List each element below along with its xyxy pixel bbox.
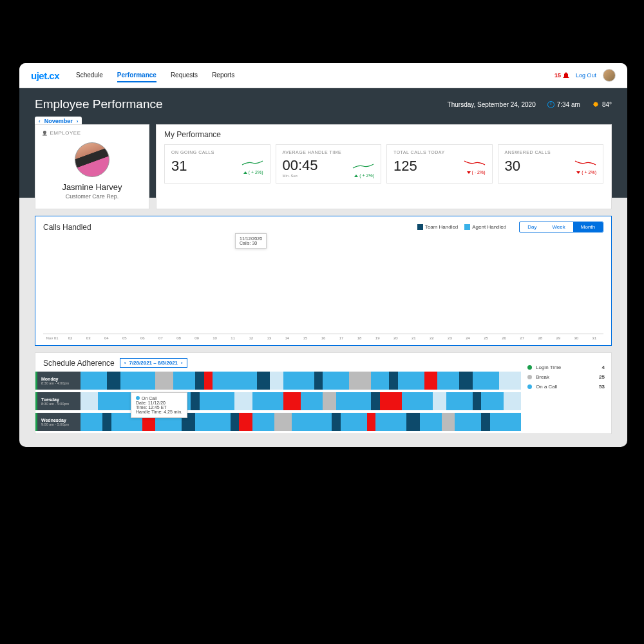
sun-icon <box>592 100 600 108</box>
x-tick: 03 <box>79 336 97 340</box>
adherence-segment[interactable] <box>120 372 156 390</box>
adherence-segment[interactable] <box>481 413 490 431</box>
adherence-segment[interactable] <box>314 372 323 390</box>
logout-link[interactable]: Log Out <box>576 72 596 79</box>
adherence-segment[interactable] <box>332 413 341 431</box>
legend-swatch-team <box>417 224 423 230</box>
adherence-segment[interactable] <box>336 392 372 410</box>
adherence-segment[interactable] <box>481 392 503 410</box>
adherence-segment[interactable] <box>389 372 398 390</box>
adherence-segment[interactable] <box>433 392 446 410</box>
adherence-segment[interactable] <box>195 372 204 390</box>
x-tick: 13 <box>260 336 278 340</box>
adherence-segment[interactable] <box>323 392 336 410</box>
adherence-day-label: Monday8:30 am - 4:00pm <box>35 372 80 390</box>
adherence-segment[interactable] <box>283 372 314 390</box>
adherence-segment[interactable] <box>341 413 367 431</box>
adherence-segment[interactable] <box>155 372 173 390</box>
tooltip-time: Time: 12:45 ET <box>136 405 182 410</box>
toggle-month[interactable]: Month <box>573 222 603 232</box>
adherence-segment[interactable] <box>270 372 283 390</box>
legend-team-label: Team Handled <box>425 224 459 230</box>
adherence-segment[interactable] <box>231 413 240 431</box>
month-label: November <box>44 118 73 124</box>
x-tick: 11 <box>224 336 242 340</box>
adherence-segment[interactable] <box>252 392 283 410</box>
adherence-segment[interactable] <box>80 372 107 390</box>
adherence-segment[interactable] <box>375 413 406 431</box>
adherence-segment[interactable] <box>371 372 388 390</box>
bar-chart[interactable] <box>43 238 603 334</box>
adherence-segment[interactable] <box>301 392 323 410</box>
legend-label: On a Call <box>536 384 557 390</box>
adherence-segment[interactable] <box>102 413 111 431</box>
employee-role: Customer Care Rep. <box>35 193 149 200</box>
adherence-track[interactable] <box>80 372 521 390</box>
adherence-segment[interactable] <box>367 413 376 431</box>
x-axis: Nov 010203040506070809101112131415161718… <box>43 336 603 340</box>
nav-tab-requests[interactable]: Requests <box>171 69 198 82</box>
range-toggle: Day Week Month <box>519 222 603 232</box>
adherence-segment[interactable] <box>107 372 120 390</box>
adherence-segment[interactable] <box>213 372 256 390</box>
notification-badge[interactable]: 15 <box>554 72 569 79</box>
adherence-segment[interactable] <box>349 372 371 390</box>
adherence-segment[interactable] <box>442 413 455 431</box>
nav-tab-schedule[interactable]: Schedule <box>76 69 103 82</box>
adherence-segment[interactable] <box>195 413 231 431</box>
adherence-segment[interactable] <box>234 392 252 410</box>
adherence-date-picker[interactable]: ‹ 7/28/2021 – 8/3/2021 › <box>120 358 187 368</box>
adherence-segment[interactable] <box>292 413 332 431</box>
adherence-segment[interactable] <box>473 392 482 410</box>
adherence-segment[interactable] <box>499 372 521 390</box>
adherence-segment[interactable] <box>80 413 102 431</box>
notification-count: 15 <box>554 72 561 79</box>
page-title: Employee Performance <box>35 97 163 111</box>
adherence-segment[interactable] <box>323 372 349 390</box>
adherence-segment[interactable] <box>239 413 252 431</box>
employee-avatar[interactable] <box>75 142 109 177</box>
tooltip-value: Calls: 30 <box>240 241 262 245</box>
toggle-week[interactable]: Week <box>544 222 573 232</box>
adherence-segment[interactable] <box>200 392 235 410</box>
adherence-segment[interactable] <box>274 413 292 431</box>
kpi-delta: ( + 2%) <box>242 170 263 175</box>
x-tick: 28 <box>531 336 549 340</box>
adherence-title: Schedule Adherence <box>43 359 115 368</box>
adherence-segment[interactable] <box>437 372 459 390</box>
kpi-sublabel: Min. Sec. <box>283 174 318 178</box>
adherence-segment[interactable] <box>473 372 499 390</box>
adherence-segment[interactable] <box>283 392 301 410</box>
adherence-tooltip: On Call Date: 11/12/20 Time: 12:45 ET Ha… <box>131 392 187 418</box>
adherence-day-label: Tuesday8:30 am - 4:00pm <box>35 392 80 410</box>
nav-tab-performance[interactable]: Performance <box>117 69 156 82</box>
adherence-segment[interactable] <box>459 372 473 390</box>
adherence-segment[interactable] <box>191 392 200 410</box>
nav-tab-reports[interactable]: Reports <box>212 69 234 82</box>
x-tick: 27 <box>513 336 531 340</box>
adherence-segment[interactable] <box>424 372 438 390</box>
adherence-segment[interactable] <box>252 413 274 431</box>
adherence-segment[interactable] <box>371 392 380 410</box>
adherence-segment[interactable] <box>420 413 442 431</box>
adherence-segment[interactable] <box>406 413 420 431</box>
user-avatar[interactable] <box>603 69 616 82</box>
adherence-segment[interactable] <box>490 413 521 431</box>
header-date: Thursday, September 24, 2020 <box>448 101 536 108</box>
legend-swatch-agent <box>464 224 470 230</box>
toggle-day[interactable]: Day <box>520 222 544 232</box>
adherence-segment[interactable] <box>257 372 270 390</box>
adherence-segment[interactable] <box>80 392 98 410</box>
adherence-segment[interactable] <box>504 392 521 410</box>
adherence-segment[interactable] <box>455 413 481 431</box>
logo: ujet.cx <box>31 70 59 81</box>
legend-count: 25 <box>599 374 605 380</box>
x-tick: 25 <box>477 336 495 340</box>
adherence-segment[interactable] <box>398 372 424 390</box>
sparkline-icon <box>464 160 486 166</box>
adherence-segment[interactable] <box>173 372 195 390</box>
adherence-segment[interactable] <box>204 372 213 390</box>
adherence-segment[interactable] <box>446 392 473 410</box>
adherence-segment[interactable] <box>380 392 402 410</box>
adherence-segment[interactable] <box>402 392 433 410</box>
